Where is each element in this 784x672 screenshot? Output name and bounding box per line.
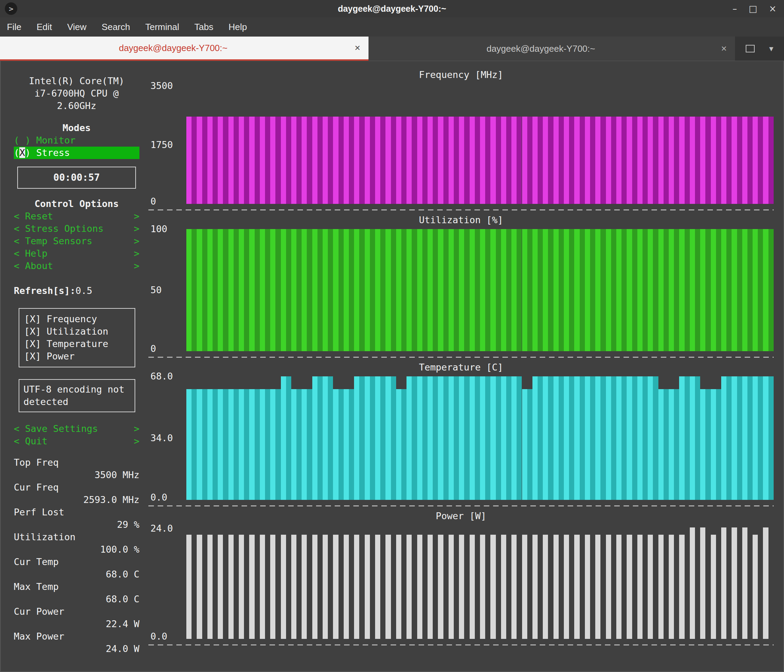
- bar-bright: [186, 389, 191, 500]
- bar: [344, 86, 354, 204]
- bar: [490, 525, 501, 639]
- menu-item-terminal[interactable]: Terminal: [145, 22, 179, 33]
- menu-item-help[interactable]: Help: [229, 22, 247, 33]
- bar: [406, 229, 417, 351]
- bar: [742, 229, 753, 351]
- option-reset[interactable]: < Reset>: [14, 210, 139, 222]
- titlebar: > daygeek@daygeek-Y700:~ – □ ×: [0, 0, 784, 17]
- bar-bright: [669, 535, 674, 639]
- bar: [396, 525, 406, 639]
- bar-bright: [490, 535, 496, 639]
- stat-label-max-power: Max Power: [14, 630, 139, 643]
- action-save-settings[interactable]: < Save Settings>: [14, 422, 139, 435]
- bar-bright: [365, 116, 370, 204]
- bar: [333, 376, 343, 500]
- y-tick-label: 50: [151, 284, 162, 296]
- tab-close-icon[interactable]: ×: [347, 42, 369, 53]
- menu-item-search[interactable]: Search: [102, 22, 130, 33]
- graph-toggle-x-utilization[interactable]: [X] Utilization: [24, 325, 130, 338]
- bar: [731, 229, 742, 351]
- bar-dark: [401, 229, 406, 351]
- bar: [711, 229, 721, 351]
- menu-item-tabs[interactable]: Tabs: [194, 22, 213, 33]
- bar-dark: [275, 229, 280, 351]
- terminal-app-icon[interactable]: >: [5, 2, 17, 15]
- window-title: daygeek@daygeek-Y700:~: [0, 4, 784, 14]
- option-about[interactable]: < About>: [14, 260, 139, 272]
- bracket-right: >: [134, 435, 139, 447]
- chart-divider: [148, 644, 774, 646]
- tab-list-dropdown-icon[interactable]: ▾: [769, 44, 773, 53]
- bar: [532, 86, 543, 204]
- bar-dark: [747, 528, 753, 639]
- bar: [302, 229, 312, 351]
- close-icon[interactable]: ×: [769, 4, 776, 13]
- menu-item-view[interactable]: View: [67, 22, 87, 33]
- bar: [606, 86, 616, 204]
- menu-item-file[interactable]: File: [7, 22, 22, 33]
- bar-dark: [391, 229, 396, 351]
- bar: [186, 229, 197, 351]
- graph-toggle-x-temperature[interactable]: [X] Temperature: [24, 338, 130, 350]
- y-tick-label: 0: [151, 195, 156, 208]
- bar-dark: [275, 535, 280, 639]
- bar-bright: [396, 229, 401, 351]
- maximize-icon[interactable]: □: [749, 4, 758, 13]
- bar-dark: [391, 116, 396, 204]
- menu-item-edit[interactable]: Edit: [37, 22, 52, 33]
- tab-active-label: daygeek@daygeek-Y700:~: [0, 43, 347, 53]
- bar: [627, 229, 637, 351]
- bar-dark: [213, 389, 218, 500]
- new-tab-icon[interactable]: [746, 45, 754, 53]
- stress-timer: 00:00:57: [17, 167, 136, 189]
- bar: [344, 525, 354, 639]
- bar-bright: [574, 229, 579, 351]
- graph-toggle-x-frequency[interactable]: [X] Frequency: [24, 313, 130, 325]
- bar-dark: [339, 389, 344, 500]
- bar-dark: [485, 116, 490, 204]
- bar: [501, 229, 512, 351]
- bar: [197, 376, 207, 500]
- stat-label-top-freq: Top Freq: [14, 456, 139, 469]
- bar-bright: [218, 389, 223, 500]
- bar: [354, 86, 364, 204]
- minimize-icon[interactable]: –: [733, 4, 737, 13]
- graph-toggle-x-power[interactable]: [X] Power: [24, 350, 130, 363]
- action-quit[interactable]: < Quit>: [14, 435, 139, 447]
- tab-close-icon[interactable]: ×: [713, 43, 735, 54]
- bar: [543, 376, 553, 500]
- bar: [417, 376, 428, 500]
- bar-bright: [690, 229, 695, 351]
- mode-stress-radio[interactable]: (X) Stress: [14, 147, 139, 159]
- bar-bright: [585, 229, 590, 351]
- tab-actions: ▾: [735, 37, 784, 61]
- tab-active[interactable]: daygeek@daygeek-Y700:~ ×: [0, 37, 369, 61]
- chart-utilization: Utilization [%]100500: [148, 213, 774, 358]
- bar: [197, 525, 207, 639]
- option-stress-options[interactable]: < Stress Options>: [14, 222, 139, 235]
- bar-bright: [312, 229, 317, 351]
- bar-dark: [265, 389, 270, 500]
- tab-inactive[interactable]: daygeek@daygeek-Y700:~ ×: [369, 37, 735, 61]
- mode-monitor-radio[interactable]: ( ) Monitor: [14, 134, 139, 147]
- bar-bright: [312, 116, 317, 204]
- bar: [616, 229, 627, 351]
- bar-dark: [527, 389, 532, 500]
- bar-bright: [595, 376, 600, 500]
- option-temp-sensors[interactable]: < Temp Sensors>: [14, 235, 139, 247]
- bar: [574, 376, 585, 500]
- bar: [574, 525, 585, 639]
- bar-bright: [333, 116, 338, 204]
- bar-dark: [548, 376, 553, 500]
- bar-bright: [249, 389, 254, 500]
- bar-dark: [317, 535, 323, 639]
- bar-dark: [527, 229, 532, 351]
- bar-bright: [658, 116, 664, 204]
- refresh-setting[interactable]: Refresh[s]:0.5: [14, 285, 139, 297]
- bar-bright: [648, 376, 653, 500]
- bar-bright: [753, 229, 758, 351]
- bar-bright: [323, 376, 328, 500]
- option-help[interactable]: < Help>: [14, 247, 139, 260]
- bar-dark: [296, 229, 302, 351]
- bar: [281, 86, 291, 204]
